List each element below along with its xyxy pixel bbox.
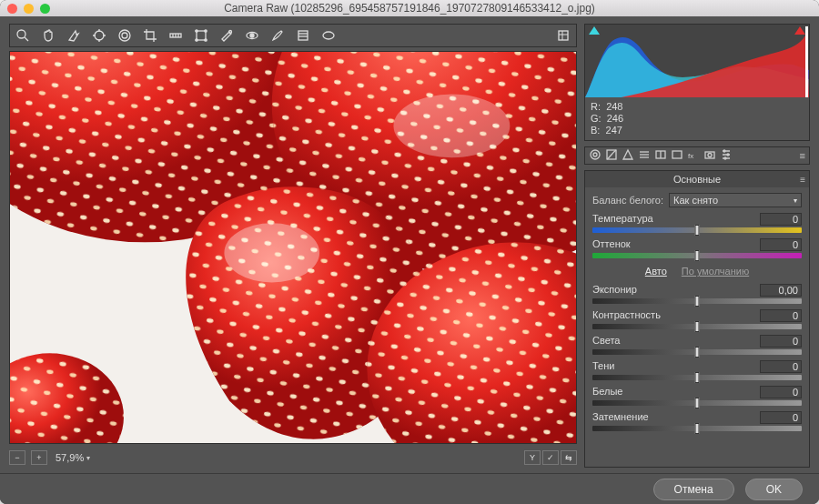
temperature-slider[interactable]: Температура0 [592, 213, 802, 233]
svg-text:fx: fx [688, 152, 693, 160]
preferences-icon[interactable] [554, 26, 572, 45]
toolbar [9, 24, 577, 47]
svg-point-57 [724, 157, 726, 159]
zoom-tool-icon[interactable] [14, 26, 32, 45]
shadow-clipping-icon[interactable] [589, 26, 600, 35]
tab-detail-icon[interactable] [622, 148, 634, 163]
window-title: Camera Raw (10285296_695458757191846_197… [0, 2, 819, 15]
contrast-slider[interactable]: Контрастность0 [592, 309, 802, 329]
svg-rect-48 [672, 151, 682, 158]
svg-rect-21 [298, 31, 308, 40]
svg-rect-13 [197, 31, 206, 40]
tab-curve-icon[interactable] [605, 148, 618, 163]
svg-rect-39 [805, 26, 808, 97]
zoom-out-button[interactable]: − [9, 450, 25, 465]
svg-point-2 [95, 31, 104, 40]
crop-tool-icon[interactable] [141, 26, 159, 45]
panel-tabs: fx ≡ [584, 146, 810, 165]
svg-point-40 [591, 150, 600, 159]
svg-point-16 [196, 39, 197, 41]
chevron-down-icon: ▾ [86, 454, 90, 462]
panel-title-label: Основные [673, 174, 721, 185]
white-balance-label: Баланс белого: [592, 195, 663, 206]
svg-point-7 [122, 33, 127, 38]
chevron-down-icon: ▾ [794, 197, 797, 205]
basic-panel: Основные ≡ Баланс белого: Как снято ▾ Те… [584, 170, 810, 468]
panel-menu-icon[interactable]: ≡ [800, 175, 805, 185]
svg-point-24 [323, 32, 334, 39]
traffic-lights [7, 4, 50, 14]
zoom-value: 57,9% [56, 452, 84, 463]
titlebar[interactable]: Camera Raw (10285296_695458757191846_197… [0, 0, 819, 16]
straighten-tool-icon[interactable] [167, 26, 185, 45]
cancel-button[interactable]: Отмена [653, 479, 734, 500]
svg-point-55 [723, 150, 725, 152]
svg-point-0 [17, 30, 25, 38]
panel-tabs-menu-icon[interactable]: ≡ [800, 150, 805, 161]
radial-filter-icon[interactable] [319, 26, 338, 45]
tab-split-icon[interactable] [654, 148, 667, 163]
svg-point-38 [393, 95, 510, 158]
svg-point-18 [229, 31, 232, 34]
highlight-clipping-icon[interactable] [794, 26, 805, 35]
rgb-readout: R: 248 G: 246 B: 247 [585, 97, 809, 140]
close-icon[interactable] [7, 4, 17, 14]
whites-slider[interactable]: Белые0 [592, 386, 802, 406]
tab-basic-icon[interactable] [589, 148, 602, 163]
preview-swap-button[interactable]: ⇆ [561, 450, 577, 465]
highlights-slider[interactable]: Света0 [592, 335, 802, 355]
hand-tool-icon[interactable] [39, 26, 57, 45]
bottom-bar: − + 57,9% ▾ Y ✓ ⇆ [9, 448, 577, 468]
auto-link[interactable]: Авто [645, 266, 667, 277]
camera-raw-window: Camera Raw (10285296_695458757191846_197… [0, 0, 819, 504]
svg-point-8 [119, 30, 130, 41]
white-balance-select[interactable]: Как снято ▾ [669, 193, 802, 207]
histogram[interactable] [585, 25, 809, 97]
histogram-block: R: 248 G: 246 B: 247 [584, 24, 810, 141]
zoom-level-dropdown[interactable]: 57,9% ▾ [53, 452, 93, 463]
svg-point-15 [205, 30, 207, 32]
transform-tool-icon[interactable] [192, 26, 210, 45]
tab-fx-icon[interactable]: fx [687, 148, 700, 163]
spot-removal-tool-icon[interactable] [217, 26, 236, 45]
preview-checkmark-button[interactable]: ✓ [542, 450, 559, 465]
zoom-icon[interactable] [40, 4, 50, 14]
targeted-adjust-tool-icon[interactable] [116, 26, 134, 45]
minimize-icon[interactable] [24, 4, 34, 14]
white-balance-tool-icon[interactable] [65, 26, 83, 45]
svg-point-56 [727, 154, 729, 156]
tint-slider[interactable]: Оттенок0 [592, 238, 802, 258]
preview-y-button[interactable]: Y [524, 450, 541, 465]
footer: Отмена OK [0, 473, 819, 504]
ok-button[interactable]: OK [745, 479, 803, 500]
default-link[interactable]: По умолчанию [682, 266, 749, 277]
tab-camera-icon[interactable] [703, 148, 716, 163]
adjustment-brush-icon[interactable] [268, 26, 287, 45]
image-preview[interactable] [9, 51, 577, 444]
blacks-slider[interactable]: Затемнение0 [592, 411, 802, 431]
svg-point-17 [205, 39, 207, 41]
svg-rect-25 [559, 31, 568, 40]
svg-point-14 [196, 30, 197, 32]
tab-hsl-icon[interactable] [638, 148, 651, 163]
white-balance-row: Баланс белого: Как снято ▾ [592, 193, 802, 207]
shadows-slider[interactable]: Тени0 [592, 360, 802, 380]
svg-line-1 [25, 37, 28, 41]
exposure-slider[interactable]: Экспонир0,00 [592, 284, 802, 304]
svg-point-37 [224, 224, 319, 283]
svg-point-20 [250, 34, 254, 37]
graduated-filter-icon[interactable] [294, 26, 312, 45]
redeye-tool-icon[interactable] [243, 26, 261, 45]
color-sampler-tool-icon[interactable] [90, 26, 108, 45]
svg-point-51 [708, 154, 712, 157]
tab-lens-icon[interactable] [671, 148, 683, 163]
zoom-in-button[interactable]: + [31, 450, 47, 465]
tab-presets-icon[interactable] [720, 148, 733, 163]
svg-point-41 [593, 153, 597, 156]
